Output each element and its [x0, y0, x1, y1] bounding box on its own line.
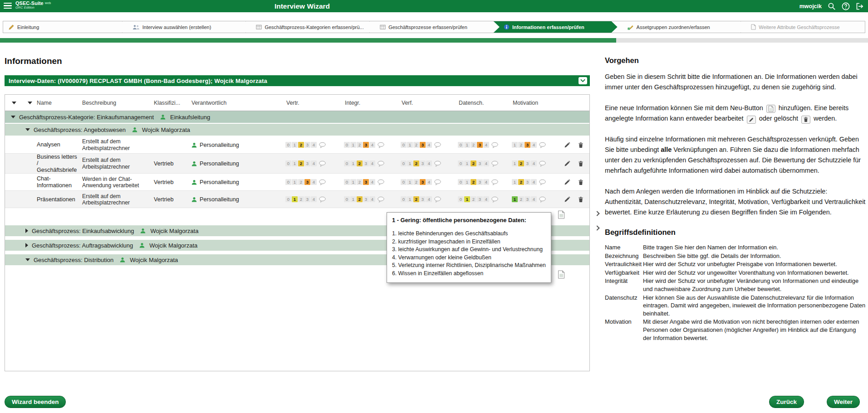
comment-icon[interactable]	[319, 142, 326, 148]
edit-icon[interactable]	[564, 142, 570, 148]
rating-value-box[interactable]: 3	[304, 196, 310, 202]
rating-value-box[interactable]: 2	[413, 179, 419, 185]
rating-value-box[interactable]: 3	[477, 196, 483, 202]
comment-icon[interactable]	[539, 179, 546, 185]
rating-value-box[interactable]: 0	[458, 179, 464, 185]
rating-value-box[interactable]: 2	[357, 160, 363, 166]
rating-value-box[interactable]: 4	[483, 142, 489, 148]
comment-icon[interactable]	[491, 160, 499, 167]
col-header-vertraulichkeit[interactable]: Vertr.	[282, 100, 340, 106]
rating-value-box[interactable]: 4	[426, 142, 432, 148]
col-header-integritaet[interactable]: Integr.	[340, 100, 397, 106]
rating-value-box[interactable]: 0	[458, 142, 464, 148]
rating-value-box[interactable]: 4	[369, 142, 375, 148]
comment-icon[interactable]	[491, 196, 499, 203]
rating-vertraulichkeit[interactable]: 01234	[282, 160, 340, 167]
comment-icon[interactable]	[539, 160, 546, 167]
delete-icon[interactable]	[578, 179, 584, 185]
rating-value-box[interactable]: 4	[369, 160, 375, 166]
rating-value-box[interactable]: 3	[420, 142, 426, 148]
col-header-name[interactable]: Name	[37, 100, 82, 106]
rating-value-box[interactable]: 0	[458, 196, 464, 202]
rating-value-box[interactable]: 4	[311, 179, 317, 185]
rating-integritaet[interactable]: 01234	[340, 142, 397, 148]
rating-value-box[interactable]: 2	[357, 142, 363, 148]
rating-value-box[interactable]: 2	[357, 196, 363, 202]
step-gp-kategorien[interactable]: Geschäftsprozess-Kategorien erfassen/prü…	[246, 21, 370, 33]
rating-value-box[interactable]: 2	[518, 142, 524, 148]
comment-icon[interactable]	[434, 179, 441, 185]
collapse-all-icon[interactable]	[12, 102, 16, 104]
rating-value-box[interactable]: 4	[426, 160, 432, 166]
expander-icon[interactable]	[25, 128, 30, 131]
rating-value-box[interactable]: 2	[518, 160, 524, 166]
rating-value-box[interactable]: 4	[311, 142, 317, 148]
edit-icon[interactable]	[564, 179, 570, 185]
expander-icon[interactable]	[25, 243, 28, 248]
comment-icon[interactable]	[434, 196, 441, 203]
rating-value-box[interactable]: 2	[298, 196, 304, 202]
comment-icon[interactable]	[377, 142, 385, 148]
rating-value-box[interactable]: 0	[285, 142, 291, 148]
logout-icon[interactable]	[856, 2, 864, 10]
rating-value-box[interactable]: 2	[357, 179, 363, 185]
comment-icon[interactable]	[491, 142, 499, 148]
rating-value-box[interactable]: 1	[407, 160, 413, 166]
step-geschaeftsprozesse[interactable]: Geschäftsprozesse erfassen/prüfen	[370, 21, 494, 33]
rating-motivation[interactable]: 1234	[508, 179, 557, 185]
rating-verfuegbarkeit[interactable]: 01234	[397, 142, 454, 148]
rating-value-box[interactable]: 4	[531, 196, 537, 202]
rating-value-box[interactable]: 2	[413, 196, 419, 202]
col-header-beschreibung[interactable]: Beschreibung	[82, 100, 154, 106]
rating-value-box[interactable]: 1	[350, 196, 356, 202]
rating-value-box[interactable]: 3	[525, 142, 530, 148]
expander-icon[interactable]	[11, 116, 15, 118]
delete-icon[interactable]	[578, 160, 584, 167]
rating-value-box[interactable]: 1	[350, 179, 356, 185]
panel-splitter[interactable]	[595, 212, 599, 230]
rating-value-box[interactable]: 3	[477, 142, 483, 148]
rating-value-box[interactable]: 4	[426, 179, 432, 185]
comment-icon[interactable]	[377, 196, 385, 203]
rating-value-box[interactable]: 0	[458, 160, 464, 166]
expander-icon[interactable]	[25, 258, 30, 261]
new-information-icon[interactable]	[558, 210, 565, 219]
rating-value-box[interactable]: 1	[512, 196, 518, 202]
rating-integritaet[interactable]: 01234	[340, 160, 397, 167]
rating-value-box[interactable]: 1	[464, 179, 470, 185]
rating-value-box[interactable]: 0	[401, 179, 407, 185]
step-interview-auswaehlen[interactable]: Interview auswählen (erstellen)	[123, 21, 246, 33]
rating-value-box[interactable]: 0	[285, 196, 291, 202]
rating-value-box[interactable]: 2	[518, 196, 524, 202]
rating-datenschutz[interactable]: 01234	[454, 160, 508, 167]
rating-value-box[interactable]: 1	[512, 179, 518, 185]
comment-icon[interactable]	[491, 179, 499, 185]
comment-icon[interactable]	[539, 196, 546, 203]
rating-verfuegbarkeit[interactable]: 01234	[397, 160, 454, 167]
back-button[interactable]: Zurück	[769, 396, 804, 408]
rating-value-box[interactable]: 3	[525, 160, 530, 166]
rating-value-box[interactable]: 4	[369, 196, 375, 202]
rating-value-box[interactable]: 2	[471, 179, 476, 185]
rating-value-box[interactable]: 3	[363, 160, 369, 166]
new-information-icon[interactable]	[558, 270, 565, 279]
delete-icon[interactable]	[578, 142, 584, 148]
rating-value-box[interactable]: 0	[401, 160, 407, 166]
col-header-verantwortlich[interactable]: Verantwortlich	[191, 100, 282, 106]
expander-icon[interactable]	[25, 228, 28, 233]
rating-datenschutz[interactable]: 01234	[454, 196, 508, 203]
rating-value-box[interactable]: 1	[292, 196, 298, 202]
rating-value-box[interactable]: 3	[420, 196, 426, 202]
col-header-klassifizierung[interactable]: Klassifizi...	[154, 100, 191, 106]
rating-value-box[interactable]: 0	[344, 142, 350, 148]
help-icon[interactable]	[842, 2, 850, 10]
rating-vertraulichkeit[interactable]: 01234	[282, 196, 340, 203]
edit-icon[interactable]	[564, 196, 570, 203]
comment-icon[interactable]	[319, 160, 326, 167]
rating-value-box[interactable]: 1	[292, 142, 298, 148]
process-row[interactable]: Geschäftsprozess: Angebotswesen Wojcik M…	[5, 124, 589, 136]
wizard-finish-button[interactable]: Wizard beenden	[5, 396, 66, 408]
rating-vertraulichkeit[interactable]: 01234	[282, 142, 340, 148]
rating-value-box[interactable]: 3	[363, 179, 369, 185]
step-assetgruppen[interactable]: Assetgruppen zuordnen/erfassen	[618, 21, 741, 33]
